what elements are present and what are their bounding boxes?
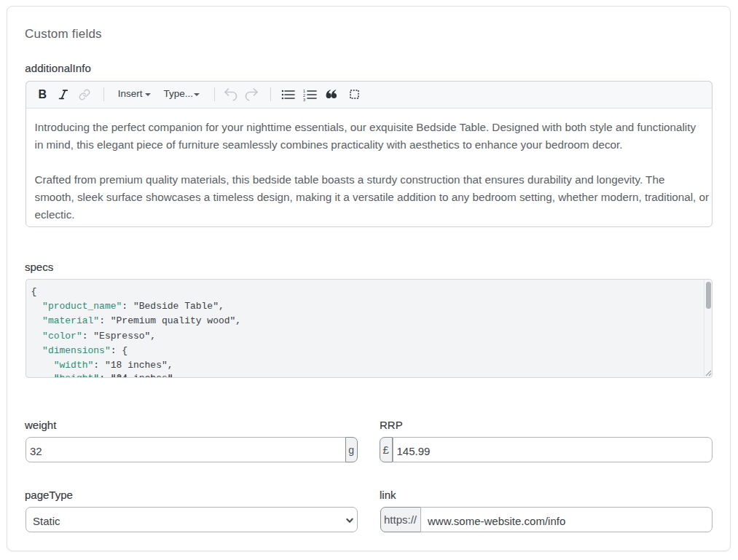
svg-text:3: 3 — [303, 97, 305, 100]
